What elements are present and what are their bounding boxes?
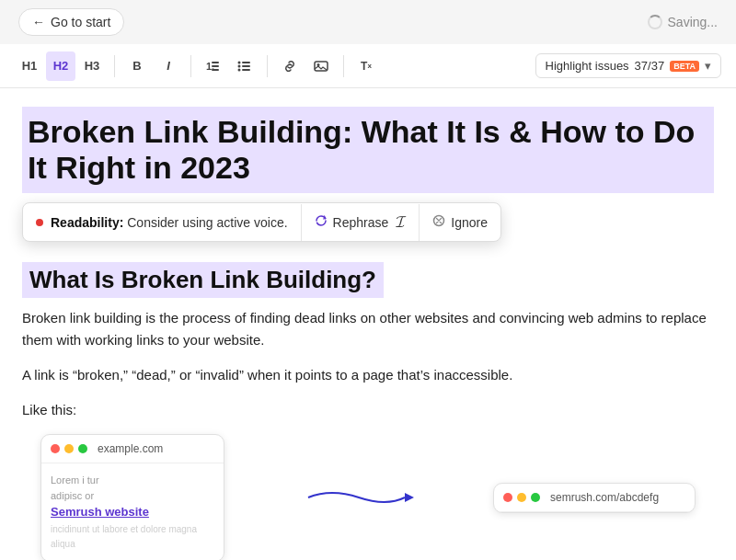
readability-dot	[36, 219, 43, 226]
readability-content: Readability: Consider using active voice…	[23, 206, 301, 239]
source-body-text-1: Lorem i	[51, 474, 85, 486]
dest-dot-red-icon	[503, 493, 512, 502]
content-area: Broken Link Building: What It Is & How t…	[0, 88, 736, 560]
italic-button[interactable]: I	[154, 51, 183, 81]
dot-yellow-icon	[64, 444, 74, 453]
svg-point-8	[238, 68, 241, 71]
go-to-start-button[interactable]: ← Go to start	[18, 8, 124, 36]
divider-3	[267, 55, 268, 77]
svg-rect-1	[212, 62, 219, 63]
format-group: B I	[122, 51, 183, 81]
heading-group: H1 H2 H3	[15, 51, 107, 81]
dest-url: semrush.com/abcdefg	[550, 491, 659, 504]
ignore-label: Ignore	[451, 215, 488, 230]
highlight-label: Highlight issues	[546, 59, 629, 73]
dot-green-icon	[78, 444, 87, 453]
arrow-left-icon: ←	[32, 15, 45, 29]
ordered-list-button[interactable]: 1.	[199, 51, 228, 81]
example-area: example.com Lorem i tur adipisc or Semru…	[22, 434, 714, 560]
arrow-connector	[224, 484, 493, 511]
rephrase-label: Rephrase	[333, 215, 389, 230]
source-body-text-3: adipisc	[51, 490, 82, 501]
destination-browser: semrush.com/abcdefg	[493, 483, 696, 513]
svg-rect-2	[212, 65, 219, 67]
cursor: 𝓘	[396, 212, 406, 232]
paragraph-1: Broken link building is the process of f…	[22, 307, 714, 351]
source-link[interactable]: Semrush website	[51, 505, 149, 519]
list-group: 1.	[199, 51, 259, 81]
paragraph-3: Like this:	[22, 399, 714, 421]
source-browser-chrome: example.com	[41, 435, 224, 463]
editor-toolbar: H1 H2 H3 B I 1.	[0, 44, 736, 88]
source-body-text-5: incidinunt ut labore et dolore magna ali…	[51, 524, 197, 550]
divider-4	[343, 55, 344, 77]
main-heading-container: Broken Link Building: What It Is & How t…	[22, 107, 714, 193]
divider-1	[114, 55, 115, 77]
ordered-list-icon: 1.	[206, 59, 221, 74]
source-body-text-2: tur	[87, 474, 99, 486]
image-icon	[314, 59, 328, 74]
readability-text: Consider using active voice.	[127, 215, 287, 230]
readability-label: Readability:	[51, 215, 123, 230]
source-browser: example.com Lorem i tur adipisc or Semru…	[40, 434, 224, 560]
rephrase-button[interactable]: Rephrase 𝓘	[302, 203, 420, 241]
highlight-issues-button[interactable]: Highlight issues 37/37 beta ▾	[535, 53, 721, 78]
saving-indicator: Saving...	[648, 15, 718, 29]
dest-dot-yellow-icon	[517, 493, 526, 502]
saving-label: Saving...	[668, 15, 718, 29]
unordered-list-icon	[237, 59, 252, 74]
beta-badge: beta	[670, 61, 699, 72]
source-body-text-4: or	[85, 490, 94, 501]
image-button[interactable]	[306, 51, 336, 81]
arrow-icon	[304, 484, 414, 511]
go-to-start-label: Go to start	[51, 15, 110, 29]
svg-point-6	[238, 64, 241, 67]
svg-rect-9	[242, 69, 250, 71]
dest-browser-chrome: semrush.com/abcdefg	[494, 484, 695, 512]
svg-rect-7	[242, 65, 250, 67]
readability-tooltip: Readability: Consider using active voice…	[22, 202, 501, 242]
section-heading-container: What Is Broken Link Building?	[22, 262, 384, 298]
ignore-button[interactable]: Ignore	[420, 205, 500, 239]
link-button[interactable]	[275, 51, 305, 81]
rephrase-icon	[315, 214, 328, 230]
top-bar: ← Go to start Saving...	[0, 0, 736, 44]
h3-button[interactable]: H3	[77, 51, 107, 81]
svg-marker-13	[405, 493, 414, 502]
section-heading: What Is Broken Link Building?	[29, 266, 376, 294]
ignore-icon	[432, 214, 445, 230]
chevron-down-icon: ▾	[705, 59, 711, 73]
h1-button[interactable]: H1	[15, 51, 44, 81]
dest-dot-green-icon	[531, 493, 540, 502]
main-heading: Broken Link Building: What It Is & How t…	[28, 110, 708, 189]
svg-rect-5	[242, 62, 250, 63]
dot-red-icon	[51, 444, 60, 453]
svg-point-4	[238, 61, 241, 63]
svg-rect-3	[212, 69, 219, 71]
unordered-list-button[interactable]	[230, 51, 259, 81]
clear-format-button[interactable]: Tx	[351, 51, 381, 81]
saving-spinner	[648, 15, 662, 29]
divider-2	[190, 55, 191, 77]
bold-button[interactable]: B	[122, 51, 152, 81]
insert-group	[275, 51, 336, 81]
h2-button[interactable]: H2	[46, 51, 75, 81]
link-icon	[282, 59, 297, 74]
highlight-count: 37/37	[635, 59, 665, 73]
source-url: example.com	[98, 442, 163, 455]
paragraph-2: A link is “broken,” “dead,” or “invalid”…	[22, 364, 714, 386]
source-browser-body: Lorem i tur adipisc or Semrush website i…	[41, 463, 224, 560]
